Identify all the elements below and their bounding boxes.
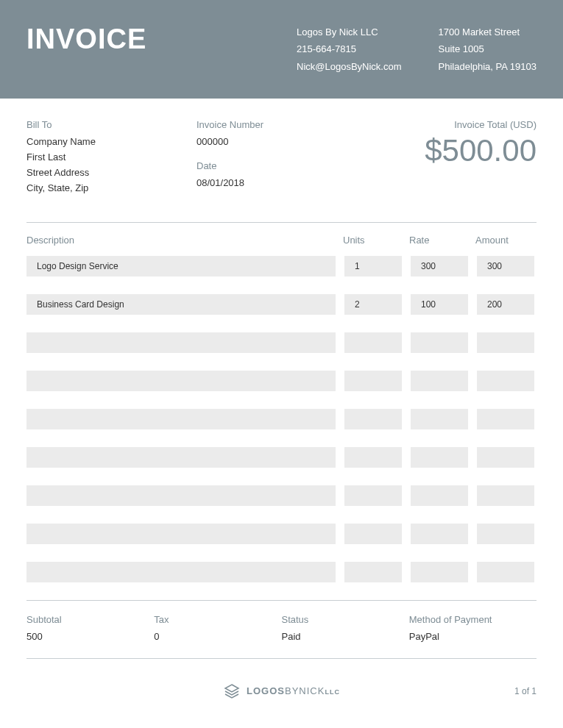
bill-to-name: First Last: [26, 150, 196, 165]
line-item: Business Card Design2100200: [26, 294, 537, 315]
item-units: [344, 524, 402, 544]
item-description: [26, 371, 336, 391]
invoice-title: INVOICE: [26, 24, 297, 55]
item-rate: [411, 447, 468, 468]
footer-brand: LOGOSBYNICKLLC: [247, 685, 340, 696]
address-suite: Suite 1005: [439, 40, 537, 57]
item-units: 2: [344, 294, 402, 315]
company-name: Logos By Nick LLC: [297, 24, 402, 40]
item-amount: 200: [477, 294, 534, 315]
item-rate: [411, 332, 468, 353]
line-item: [26, 371, 537, 391]
status-value: Paid: [282, 629, 409, 645]
item-description: [26, 524, 336, 544]
item-units: [344, 332, 402, 353]
item-units: [344, 409, 402, 429]
invoice-total-section: Invoice Total (USD) $500.00: [367, 119, 537, 201]
item-rate: [411, 371, 468, 391]
col-amount: Amount: [468, 235, 537, 246]
col-units: Units: [336, 235, 402, 246]
page-number: 1 of 1: [514, 686, 537, 696]
item-amount: [477, 524, 534, 544]
invoice-date: 08/01/2018: [196, 176, 367, 191]
summary-status: Status Paid: [282, 614, 409, 645]
summary-row: Subtotal 500 Tax 0 Status Paid Method of…: [26, 601, 537, 658]
item-rate: 100: [411, 294, 468, 315]
company-email: Nick@LogosByNick.com: [297, 58, 402, 75]
line-item: Logo Design Service1300300: [26, 256, 537, 276]
method-label: Method of Payment: [409, 614, 537, 625]
bill-to-city: City, State, Zip: [26, 181, 196, 196]
bill-to-section: Bill To Company Name First Last Street A…: [26, 119, 196, 201]
status-label: Status: [282, 614, 409, 625]
item-amount: 300: [477, 256, 534, 276]
item-rate: [411, 562, 468, 582]
brand-small: LLC: [325, 688, 340, 696]
line-item: [26, 524, 537, 544]
brand-bold: LOGOS: [247, 685, 285, 696]
item-description: [26, 332, 336, 353]
item-rate: [411, 409, 468, 429]
company-address: 1700 Market Street Suite 1005 Philadelph…: [439, 24, 537, 75]
bill-to-label: Bill To: [26, 119, 196, 130]
company-phone: 215-664-7815: [297, 40, 402, 57]
line-item: [26, 409, 537, 429]
company-info: Logos By Nick LLC 215-664-7815 Nick@Logo…: [297, 24, 402, 75]
header-info: Logos By Nick LLC 215-664-7815 Nick@Logo…: [297, 24, 537, 75]
item-description: [26, 485, 336, 506]
line-item: [26, 485, 537, 506]
line-item: [26, 562, 537, 582]
item-amount: [477, 562, 534, 582]
footer: LOGOSBYNICKLLC 1 of 1: [0, 674, 563, 715]
address-city: Philadelphia, PA 19103: [439, 58, 537, 75]
invoice-date-label: Date: [196, 160, 367, 171]
col-rate: Rate: [402, 235, 468, 246]
tax-value: 0: [154, 629, 281, 645]
item-amount: [477, 332, 534, 353]
brand-thin: BYNICK: [285, 685, 325, 696]
summary-method: Method of Payment PayPal: [409, 614, 537, 645]
item-amount: [477, 447, 534, 468]
layers-icon: [223, 682, 241, 700]
method-value: PayPal: [409, 629, 537, 645]
item-rate: 300: [411, 256, 468, 276]
item-description: [26, 562, 336, 582]
address-street: 1700 Market Street: [439, 24, 537, 40]
item-amount: [477, 371, 534, 391]
footer-logo: LOGOSBYNICKLLC: [223, 682, 340, 700]
divider: [26, 658, 537, 659]
item-description: Business Card Design: [26, 294, 336, 315]
item-description: [26, 447, 336, 468]
item-units: [344, 447, 402, 468]
bill-to-company: Company Name: [26, 135, 196, 150]
subtotal-value: 500: [26, 629, 154, 645]
item-units: 1: [344, 256, 402, 276]
item-amount: [477, 409, 534, 429]
item-units: [344, 371, 402, 391]
invoice-number: 000000: [196, 135, 367, 150]
invoice-total-label: Invoice Total (USD): [367, 119, 537, 130]
summary-subtotal: Subtotal 500: [26, 614, 154, 645]
line-items: Logo Design Service1300300Business Card …: [26, 256, 537, 582]
line-item: [26, 447, 537, 468]
invoice-total-value: $500.00: [367, 133, 537, 168]
invoice-number-label: Invoice Number: [196, 119, 367, 130]
item-rate: [411, 485, 468, 506]
item-description: Logo Design Service: [26, 256, 336, 276]
info-row: Bill To Company Name First Last Street A…: [26, 119, 537, 201]
item-description: [26, 409, 336, 429]
summary-tax: Tax 0: [154, 614, 281, 645]
item-amount: [477, 485, 534, 506]
invoice-meta: Invoice Number 000000 Date 08/01/2018: [196, 119, 367, 201]
tax-label: Tax: [154, 614, 281, 625]
item-units: [344, 562, 402, 582]
col-description: Description: [26, 235, 336, 246]
line-item: [26, 332, 537, 353]
bill-to-street: Street Address: [26, 165, 196, 181]
table-header: Description Units Rate Amount: [26, 223, 537, 256]
header: INVOICE Logos By Nick LLC 215-664-7815 N…: [0, 0, 563, 99]
subtotal-label: Subtotal: [26, 614, 154, 625]
item-rate: [411, 524, 468, 544]
item-units: [344, 485, 402, 506]
content: Bill To Company Name First Last Street A…: [0, 99, 563, 673]
